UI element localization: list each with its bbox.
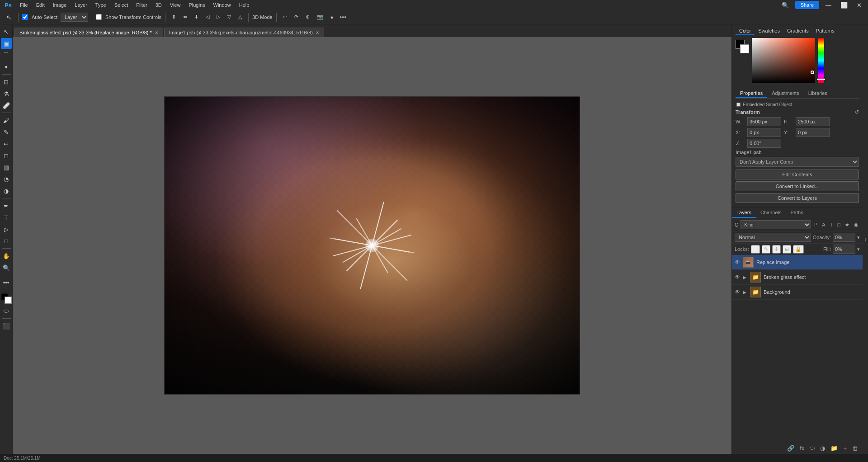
magic-wand-tool[interactable]: ✦ xyxy=(1,61,12,72)
add-adjustment-btn[interactable]: ◑ xyxy=(818,444,827,452)
convert-to-layers-button[interactable]: Convert to Layers xyxy=(736,193,859,203)
history-brush-tool[interactable]: ↩ xyxy=(1,138,12,149)
tab-broken-glass[interactable]: Broken glass effect.psd @ 33.3% (Replace… xyxy=(14,28,163,37)
minimize-btn[interactable]: — xyxy=(823,1,834,9)
lock-transparent-btn[interactable]: ⬚ xyxy=(751,245,760,254)
color-field[interactable] xyxy=(752,38,815,83)
menu-window[interactable]: Window xyxy=(210,1,235,9)
layer-eye-replace-image[interactable]: 👁 xyxy=(735,259,740,265)
angle-input[interactable] xyxy=(747,139,781,148)
eyedropper-tool[interactable]: ⚗ xyxy=(1,88,12,99)
menu-select[interactable]: Select xyxy=(111,1,132,9)
align-right-btn[interactable]: ▽ xyxy=(225,13,234,21)
camera-btn[interactable]: 📷 xyxy=(314,13,326,21)
filter-adjust-btn[interactable]: A xyxy=(821,222,826,228)
fill-dropdown-icon[interactable]: ▾ xyxy=(857,246,860,252)
crop-tool[interactable]: ⊡ xyxy=(1,76,12,87)
dodge-tool[interactable]: ◑ xyxy=(1,185,12,196)
gradient-tool[interactable]: ▥ xyxy=(1,162,12,173)
menu-help[interactable]: Help xyxy=(236,1,253,9)
filter-dropdown[interactable]: Kind xyxy=(741,220,811,229)
tab-layers[interactable]: Layers xyxy=(732,208,756,218)
canvas-document[interactable] xyxy=(164,96,580,395)
convert-to-linked-button[interactable]: Convert to Linked... xyxy=(736,181,859,191)
auto-select-dropdown[interactable]: Layer Group xyxy=(61,13,88,22)
align-left-btn[interactable]: ◁ xyxy=(203,13,212,21)
opacity-dropdown-icon[interactable]: ▾ xyxy=(857,235,860,240)
y-input[interactable] xyxy=(796,128,830,137)
path-select-tool[interactable]: ▷ xyxy=(1,224,12,235)
distribute-btn[interactable]: △ xyxy=(236,13,245,21)
screen-mode-btn[interactable]: ⬛ xyxy=(1,321,12,331)
opacity-input[interactable] xyxy=(833,233,855,242)
search-btn[interactable]: 🔍 xyxy=(779,1,792,9)
reset-transform-icon[interactable]: ↺ xyxy=(854,109,859,115)
menu-type[interactable]: Type xyxy=(92,1,110,9)
eraser-tool[interactable]: ◻ xyxy=(1,150,12,161)
record-btn[interactable]: ● xyxy=(328,14,336,21)
filter-smart-btn[interactable]: ★ xyxy=(844,222,851,228)
blend-mode-select[interactable]: Normal xyxy=(735,233,811,242)
layer-item-background[interactable]: 👁 ▶ 📁 Background xyxy=(732,285,863,300)
undo-btn[interactable]: ↩ xyxy=(280,13,290,21)
heal-tool[interactable]: 🩹 xyxy=(1,100,12,111)
auto-select-checkbox[interactable] xyxy=(22,14,28,20)
add-layer-btn[interactable]: + xyxy=(841,444,849,452)
canvas-container[interactable] xyxy=(13,37,731,454)
bg-swatch[interactable] xyxy=(740,44,749,53)
layer-item-replace-image[interactable]: 👁 📷 Replace image xyxy=(732,255,863,270)
align-vcenter-btn[interactable]: ⬅ xyxy=(180,13,190,21)
x-input[interactable] xyxy=(747,128,781,137)
tab-swatches[interactable]: Swatches xyxy=(755,27,783,35)
lock-position-btn[interactable]: ✛ xyxy=(772,245,781,254)
h-input[interactable] xyxy=(796,117,830,126)
filter-toggle-btn[interactable]: ◉ xyxy=(853,222,860,228)
link-layers-btn[interactable]: 🔗 xyxy=(785,444,796,452)
quick-mask-btn[interactable]: ⬭ xyxy=(1,306,12,316)
add-mask-btn[interactable]: ⬭ xyxy=(808,444,816,452)
tab-libraries[interactable]: Libraries xyxy=(804,89,832,98)
lock-all-btn[interactable]: 🔒 xyxy=(793,245,804,254)
tab-close-2[interactable]: ✕ xyxy=(316,30,319,35)
tab-properties[interactable]: Properties xyxy=(736,89,767,98)
add-group-btn[interactable]: 📁 xyxy=(829,444,840,452)
layer-eye-broken-glass[interactable]: 👁 xyxy=(735,274,740,280)
shape-tool[interactable]: □ xyxy=(1,236,12,246)
brush-tool[interactable]: 🖌 xyxy=(1,115,12,126)
show-transform-checkbox[interactable] xyxy=(96,14,102,20)
align-bottom-btn[interactable]: ⬇ xyxy=(192,13,201,21)
background-color[interactable] xyxy=(5,297,12,304)
right-panel-collapse[interactable]: ❯ xyxy=(863,24,868,454)
hue-slider[interactable] xyxy=(818,38,824,83)
more-options-icon[interactable]: ••• xyxy=(338,14,348,21)
move-tool-options[interactable]: ↖ xyxy=(4,13,14,22)
lock-artboard-btn[interactable]: ⊞ xyxy=(783,245,791,254)
lock-image-btn[interactable]: ✎ xyxy=(762,245,770,254)
tab-gradients[interactable]: Gradients xyxy=(783,27,812,35)
menu-filter[interactable]: Filter xyxy=(132,1,151,9)
w-input[interactable] xyxy=(747,117,781,126)
tab-image1[interactable]: Image1.psb @ 33.3% (pexels-cihan-oğuzmet… xyxy=(164,28,324,37)
move-tool[interactable]: ↖ xyxy=(1,26,12,37)
tab-channels[interactable]: Channels xyxy=(756,208,786,218)
menu-file[interactable]: File xyxy=(16,1,32,9)
clone-tool[interactable]: ✎ xyxy=(1,127,12,137)
tab-paths[interactable]: Paths xyxy=(786,208,808,218)
filter-text-btn[interactable]: T xyxy=(829,222,835,228)
hand-tool[interactable]: ✋ xyxy=(1,250,12,261)
add-style-btn[interactable]: fx xyxy=(798,444,806,452)
select-tool[interactable]: ▣ xyxy=(1,38,12,49)
layer-item-broken-glass[interactable]: 👁 ▶ 📁 Broken glass effect xyxy=(732,270,863,285)
layer-expand-broken-glass[interactable]: ▶ xyxy=(743,275,746,280)
menu-view[interactable]: View xyxy=(166,1,184,9)
close-btn[interactable]: ✕ xyxy=(854,1,864,9)
blur-tool[interactable]: ◔ xyxy=(1,174,12,184)
tab-close-1[interactable]: ✕ xyxy=(155,30,158,35)
lasso-tool[interactable]: ⌒ xyxy=(1,50,12,61)
tab-color[interactable]: Color xyxy=(736,27,755,35)
pen-tool[interactable]: ✒ xyxy=(1,200,12,211)
share-button[interactable]: Share xyxy=(795,1,819,9)
menu-plugins[interactable]: Plugins xyxy=(185,1,208,9)
menu-layer[interactable]: Layer xyxy=(71,1,91,9)
layer-eye-background[interactable]: 👁 xyxy=(735,289,740,295)
